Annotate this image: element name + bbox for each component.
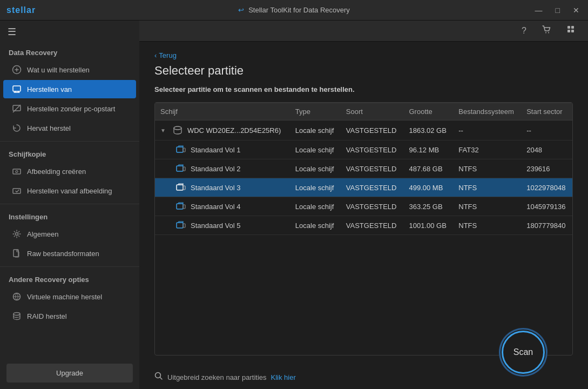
svg-rect-24: [177, 204, 183, 209]
svg-rect-16: [571, 30, 574, 32]
table-row[interactable]: Standaard Vol 3 Locale schijf VASTGESTEL…: [155, 178, 572, 197]
svg-rect-18: [177, 147, 183, 152]
sidebar-item-restore-image[interactable]: Herstellen vanaf afbeelding: [3, 182, 136, 200]
sidebar-item-label: Wat u wilt herstellen: [27, 66, 90, 74]
back-link[interactable]: ‹ Terug: [154, 51, 573, 59]
table-row[interactable]: Standaard Vol 5 Locale schijf VASTGESTEL…: [155, 216, 572, 235]
close-button[interactable]: ✕: [571, 4, 582, 17]
back-chevron-icon: ‹: [154, 51, 157, 59]
main-wrapper: ? ‹ Terug: [139, 21, 588, 389]
svg-rect-15: [567, 30, 570, 32]
logo-colored: lar: [24, 5, 36, 15]
back-arrow-icon: ↩: [238, 6, 244, 14]
table-header: Schijf Type Soort Grootte Bestandssystee…: [155, 103, 572, 120]
partition-icon: [175, 145, 186, 155]
titlebar: stellar ↩ Stellar ToolKit for Data Recov…: [0, 0, 588, 21]
help-button[interactable]: ?: [518, 25, 530, 37]
minimize-button[interactable]: —: [533, 4, 545, 17]
svg-point-5: [16, 171, 18, 173]
maximize-button[interactable]: □: [553, 4, 562, 17]
drive-name: WDC WD20EZ...2D54E25R6): [187, 126, 281, 135]
logo-text: stel: [6, 5, 24, 15]
sidebar-item-general[interactable]: Algemeen: [3, 225, 136, 243]
svg-point-11: [545, 32, 546, 33]
sidebar-item-label: Raw bestandsformaten: [27, 250, 99, 258]
table-row[interactable]: Standaard Vol 4 Locale schijf VASTGESTEL…: [155, 197, 572, 216]
page-title: Selecteer partitie: [154, 64, 573, 78]
section-other: Andere Recovery opties: [0, 270, 139, 287]
sidebar-divider-1: [0, 141, 139, 142]
sidebar-item-create-image[interactable]: Afbeelding creëren: [3, 162, 136, 180]
bottom-search-text: Uitgebreid zoeken naar partities: [167, 373, 267, 381]
title-text: Stellar ToolKit for Data Recovery: [248, 6, 350, 14]
sidebar-item-label: Herstellen vanaf afbeelding: [27, 187, 112, 195]
sidebar-item-raw-formats[interactable]: Raw bestandsformaten: [3, 244, 136, 263]
sidebar-item-label: RAID herstel: [27, 312, 67, 320]
sidebar-item-raid[interactable]: RAID herstel: [3, 307, 136, 325]
upgrade-button[interactable]: Upgrade: [6, 364, 133, 383]
search-icon: [154, 372, 163, 383]
scan-btn-container: Scan: [502, 331, 545, 374]
restore-from-icon: [12, 84, 22, 94]
col-schijf: Schijf: [155, 103, 290, 120]
app-logo: stellar: [6, 5, 36, 15]
back-label-text: Terug: [159, 51, 177, 59]
sidebar-header: ☰: [0, 21, 139, 43]
partition-icon: [175, 183, 186, 192]
sidebar-item-label: Hervat herstel: [27, 124, 71, 132]
content-area: ‹ Terug Selecteer partitie Selecteer par…: [139, 42, 588, 365]
sidebar-item-restore-no-restart[interactable]: Herstellen zonder pc-opstart: [3, 99, 136, 118]
instruction-text: Selecteer partitie om te scannen en best…: [154, 85, 573, 93]
sidebar-item-label: Virtuele machine herstel: [27, 293, 102, 301]
sidebar-item-what-restore[interactable]: Wat u wilt herstellen: [3, 61, 136, 79]
svg-rect-26: [177, 223, 183, 228]
hamburger-icon[interactable]: ☰: [8, 26, 16, 38]
sidebar-item-label: Herstellen van: [27, 85, 72, 93]
col-soort: Soort: [341, 103, 404, 120]
drive-icon: [172, 125, 183, 136]
sidebar-item-label: Afbeelding creëren: [27, 167, 86, 176]
partition-table: Schijf Type Soort Grootte Bestandssystee…: [155, 103, 572, 235]
svg-rect-6: [13, 189, 21, 193]
general-icon: [12, 229, 22, 239]
raid-icon: [12, 311, 22, 321]
section-data-recovery: Data Recovery: [0, 43, 139, 60]
top-actions: ?: [139, 21, 588, 42]
expand-arrow-icon: ▼: [160, 128, 166, 133]
sidebar-item-label: Algemeen: [27, 230, 59, 238]
window-controls: — □ ✕: [533, 4, 582, 17]
table-body: ▼ WDC WD20EZ...2D54E25R6) Locale schijf …: [155, 120, 572, 235]
col-type: Type: [290, 103, 341, 120]
cart-button[interactable]: [538, 24, 555, 38]
grid-button[interactable]: [563, 24, 579, 38]
resume-restore-icon: [12, 123, 22, 133]
sidebar-item-restore-from[interactable]: Herstellen van: [3, 80, 136, 98]
virtual-machine-icon: [12, 292, 22, 301]
svg-rect-1: [13, 86, 21, 91]
scan-button[interactable]: Scan: [502, 331, 545, 374]
svg-point-7: [16, 233, 18, 236]
partition-name: Standaard Vol 1: [191, 146, 241, 154]
svg-rect-4: [13, 169, 21, 174]
app-body: ☰ Data Recovery Wat u wilt herstellen He…: [0, 21, 588, 389]
window-title: ↩ Stellar ToolKit for Data Recovery: [238, 6, 350, 14]
partition-name: Standaard Vol 2: [191, 165, 241, 173]
partition-icon: [175, 220, 186, 230]
partition-name: Standaard Vol 3: [191, 184, 241, 192]
sidebar-item-resume-restore[interactable]: Hervat herstel: [3, 119, 136, 137]
svg-rect-13: [567, 26, 570, 29]
section-disk-copy: Schijfkopie: [0, 145, 139, 162]
table-row[interactable]: Standaard Vol 1 Locale schijf VASTGESTEL…: [155, 140, 572, 159]
klik-hier-link[interactable]: Klik hier: [271, 373, 296, 381]
partition-icon: [175, 202, 186, 211]
table-row[interactable]: ▼ WDC WD20EZ...2D54E25R6) Locale schijf …: [155, 120, 572, 140]
svg-rect-22: [177, 185, 183, 190]
table-row[interactable]: Standaard Vol 2 Locale schijf VASTGESTEL…: [155, 159, 572, 178]
svg-rect-20: [177, 166, 183, 171]
header-row: Schijf Type Soort Grootte Bestandssystee…: [155, 103, 572, 120]
sidebar-item-virtual-machine[interactable]: Virtuele machine herstel: [3, 287, 136, 306]
sidebar-divider-2: [0, 204, 139, 204]
sidebar: ☰ Data Recovery Wat u wilt herstellen He…: [0, 21, 139, 389]
sidebar-divider-3: [0, 266, 139, 267]
svg-point-17: [174, 126, 181, 130]
